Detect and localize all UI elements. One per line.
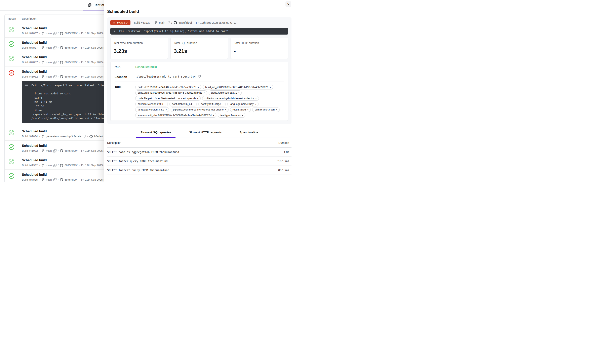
separator-dot: · [79, 178, 80, 181]
build-number: Build #87835 [22, 178, 38, 181]
copy-branch-icon[interactable] [53, 32, 56, 35]
branch-icon [154, 21, 157, 24]
branch-name[interactable]: main [46, 163, 52, 167]
branch-icon [41, 164, 44, 167]
separator-dot: · [79, 75, 80, 78]
chevron-down-icon: ▾ [204, 92, 205, 94]
sql-query-text: SELECT faster_query FROM thehumanfund [107, 160, 168, 163]
github-icon [60, 178, 63, 181]
tag-label: host.type:t3.large [201, 103, 221, 105]
sql-query-duration: 1.8s [284, 150, 289, 154]
tag-pill[interactable]: language.name:ruby ▾ [227, 102, 258, 106]
separator-dot: · [39, 163, 40, 167]
copy-location-icon[interactable] [198, 75, 201, 78]
tag-pill[interactable]: language.version:3.3.9 ▾ [135, 107, 169, 112]
close-icon: ✕ [287, 3, 290, 6]
copy-branch-icon[interactable] [53, 178, 56, 181]
close-panel-button[interactable]: ✕ [285, 1, 291, 7]
stat-card: Total HTTP duration - [231, 38, 288, 59]
branch-name[interactable]: main [46, 46, 52, 49]
expand-icon[interactable]: ✚ [113, 30, 115, 33]
sql-query-text: SELECT fastest_query FROM thehumanfund [107, 169, 169, 172]
branch-name[interactable]: main [46, 178, 52, 181]
result-cell [5, 172, 22, 181]
branch-icon [41, 75, 44, 78]
branch-name[interactable]: generate-some-ruby-3.2-data [46, 135, 81, 138]
status-badge-label: FAILED [117, 21, 128, 24]
tag-pill[interactable]: result:failed ▾ [230, 107, 251, 112]
branch-name[interactable]: main [46, 75, 52, 78]
github-icon [60, 32, 63, 35]
separator-dot: · [79, 60, 80, 64]
tag-label: language.version:3.3.9 [138, 108, 164, 111]
failure-message: Failure/Error: expect(true).to eq(false)… [119, 30, 229, 33]
tag-pill[interactable]: scm.commit_sha:6875f5f99fedb590836a2c1ca… [135, 113, 216, 117]
result-cell [5, 69, 22, 124]
branch-name[interactable]: main [159, 21, 165, 24]
copy-branch-icon[interactable] [53, 61, 56, 64]
separator-dot: · [39, 46, 40, 49]
test-execution-detail-panel: ✕ Scheduled build ✕ FAILED Build #41932 … [104, 0, 294, 182]
tag-pill[interactable]: build.step_id:01996085-d061-4fa6-a745-03… [135, 90, 207, 95]
commit-sha[interactable]: 6875f5f99f [65, 163, 77, 167]
tag-pill[interactable]: scm.branch:main ▾ [252, 107, 279, 112]
tag-pill[interactable]: collector.version:2.9.0 ▾ [135, 102, 168, 106]
collapse-icon[interactable] [25, 84, 28, 86]
tag-pill[interactable]: build.id:01996085-c246-485a-bbd0-79b77a8… [135, 85, 201, 89]
tag-label: test.type:features [220, 114, 240, 117]
separator-dot: · [39, 178, 40, 181]
branch-icon [41, 149, 44, 152]
build-number: Build #41932 [134, 21, 150, 24]
failure-message-bar[interactable]: ✚ Failure/Error: expect(true).to eq(fals… [110, 28, 288, 35]
result-cell [5, 143, 22, 152]
commit-sha[interactable]: 6875f5f99f [65, 178, 77, 181]
build-number: Build #87837 [22, 46, 38, 49]
tags-row: Tags build.id:01996085-c246-485a-bbd0-79… [115, 82, 284, 121]
branch-name[interactable]: main [46, 60, 52, 64]
slowest-sql-table: Description Duration SELECT complex_aggr… [107, 137, 291, 175]
copy-branch-icon[interactable] [53, 46, 56, 49]
failed-icon [8, 70, 14, 76]
location-row: Location ./spec/features/add_to_cart_spe… [115, 72, 284, 82]
commit-sha[interactable]: 6875f5f99f [65, 149, 77, 152]
copy-branch-icon[interactable] [53, 75, 56, 78]
panel-tab[interactable]: Slowest SQL queries [136, 128, 175, 137]
tag-pill[interactable]: code.file.path:./spec/features/add_to_ca… [135, 96, 201, 101]
tag-pill[interactable]: pipeline:ecommerce-inc-without-test-engi… [171, 107, 229, 112]
tag-pill[interactable]: collector.name:ruby-buildkite-test_colle… [202, 96, 259, 101]
chevron-down-icon: ▾ [223, 103, 223, 105]
location-path: ./spec/features/add_to_cart_spec.rb:4 [135, 75, 196, 78]
commit-sha[interactable]: 6875f5f99f [65, 46, 77, 49]
commit-sha[interactable]: 6875f5f99f [65, 75, 77, 78]
branch-name[interactable]: main [46, 32, 52, 35]
panel-tab[interactable]: Slowest HTTP requests [185, 128, 226, 137]
tag-pill[interactable]: test.type:features ▾ [218, 113, 245, 117]
panel-tab[interactable]: Span timeline [235, 128, 263, 137]
run-label: Run [115, 65, 135, 69]
separator-dot: · [39, 149, 40, 152]
sql-table-header: Description Duration [107, 137, 291, 148]
tag-label: cloud.region:us-east-1 [211, 91, 237, 94]
branch-name[interactable]: main [46, 149, 52, 152]
copy-branch-icon[interactable] [83, 135, 86, 138]
commit-sha[interactable]: 6875f5f99f [65, 60, 77, 64]
commit-sha[interactable]: 6875f5f99f [65, 32, 77, 35]
tag-pill[interactable]: cloud.region:us-east-1 ▾ [209, 90, 242, 95]
tag-pill[interactable]: host.type:t3.large ▾ [199, 102, 226, 106]
passed-icon [8, 55, 14, 61]
copy-branch-icon[interactable] [167, 21, 170, 24]
separator-slash: / [58, 75, 59, 78]
github-icon [60, 46, 63, 49]
tag-pill[interactable]: host.arch:x86_64 ▾ [169, 102, 197, 106]
tag-pill[interactable]: build.job_id:01996085-d0c5-44f9-b190-567… [203, 85, 273, 89]
passed-icon [8, 173, 14, 179]
run-link[interactable]: Scheduled build [135, 65, 157, 69]
commit-sha[interactable]: 6875f5f99f [179, 21, 192, 24]
chevron-down-icon: ▾ [276, 109, 277, 111]
tag-label: pipeline:ecommerce-inc-without-test-engi… [173, 108, 224, 111]
result-cell [5, 129, 22, 138]
location-label: Location [115, 75, 135, 78]
copy-branch-icon[interactable] [53, 164, 56, 167]
copy-branch-icon[interactable] [53, 149, 56, 152]
passed-icon [8, 26, 14, 32]
